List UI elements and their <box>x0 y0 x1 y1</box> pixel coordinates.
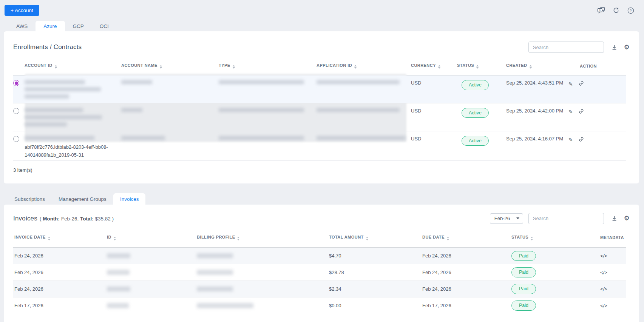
column-header-account-name[interactable]: ACCOUNT NAME <box>121 58 219 75</box>
tab-subscriptions[interactable]: Subscriptions <box>8 193 52 205</box>
redacted-text <box>107 253 130 258</box>
redacted-text <box>197 253 233 258</box>
application-id-cell <box>317 131 411 160</box>
row-radio[interactable] <box>13 108 19 114</box>
tab-invoices[interactable]: Invoices <box>113 193 146 205</box>
table-row[interactable]: abf78ff2c776.idtblab2-8203-4eff-bb08- 14… <box>13 131 626 160</box>
sort-icon <box>55 65 57 69</box>
column-header-type[interactable]: TYPE <box>219 58 317 75</box>
created-cell: Sep 25, 2024, 4:42:00 PM <box>506 103 568 131</box>
gear-icon[interactable]: ⚙ <box>624 44 630 51</box>
column-header-total-amount[interactable]: TOTAL AMOUNT <box>328 228 421 248</box>
refresh-icon[interactable] <box>613 7 619 14</box>
edit-icon[interactable]: ✎ <box>568 82 573 87</box>
status-cell: Paid <box>510 281 599 297</box>
column-header-currency[interactable]: CURRENCY <box>411 58 457 75</box>
metadata-code-icon[interactable]: </> <box>600 270 607 275</box>
enrollments-title: Enrollments / Contracts <box>13 43 82 51</box>
enrollments-search-input[interactable] <box>528 42 604 53</box>
billing-profile-cell <box>196 264 328 281</box>
total-amount-cell: $4.70 <box>328 248 421 264</box>
type-cell <box>219 131 317 160</box>
status-cell: Active <box>457 75 506 103</box>
sort-icon <box>233 65 235 69</box>
add-account-button[interactable]: + Account <box>5 5 39 16</box>
redacted-text <box>219 80 304 84</box>
invoices-card: Invoices(Month:Feb-26,Total:$35.82) Feb-… <box>4 205 639 322</box>
created-cell: Sep 25, 2024, 4:16:07 PM <box>506 131 568 160</box>
status-cell: Active <box>457 103 506 131</box>
column-header-status[interactable]: STATUS <box>457 58 506 75</box>
redacted-text <box>121 108 142 112</box>
account-name-cell <box>121 131 219 160</box>
table-row[interactable]: Feb 24, 2026 $4.70 Feb 24, 2026 Paid </> <box>13 248 626 264</box>
enrollments-card: Enrollments / Contracts ⚙ ACCOUNT ID ACC <box>4 31 639 183</box>
row-radio[interactable] <box>13 136 19 142</box>
column-header-billing-profile[interactable]: BILLING PROFILE <box>196 228 328 248</box>
tab-gcp[interactable]: GCP <box>65 21 92 31</box>
enrollments-table: ACCOUNT ID ACCOUNT NAME TYPE APPLICATION… <box>13 58 626 161</box>
svg-text:?: ? <box>630 8 632 12</box>
edit-icon[interactable]: ✎ <box>568 137 573 142</box>
help-icon[interactable]: ? <box>627 7 634 14</box>
table-row[interactable]: Feb 17, 2026 $0.00 Feb 17, 2026 Paid </> <box>13 297 626 314</box>
column-header-id[interactable]: ID <box>106 228 196 248</box>
unlink-icon[interactable] <box>579 109 584 115</box>
redacted-text <box>219 108 304 112</box>
table-row[interactable]: USD Active Sep 25, 2024, 4:42:00 PM ✎ <box>13 103 626 131</box>
invoice-date-cell: Feb 24, 2026 <box>13 248 106 264</box>
invoices-title: Invoices(Month:Feb-26,Total:$35.82) <box>13 215 115 222</box>
metadata-code-icon[interactable]: </> <box>600 287 607 292</box>
invoices-search-input[interactable] <box>528 213 604 224</box>
column-header-status[interactable]: STATUS <box>510 228 599 248</box>
metadata-code-icon[interactable]: </> <box>600 253 607 259</box>
tab-aws[interactable]: AWS <box>8 21 36 31</box>
row-radio-selected[interactable] <box>13 80 19 86</box>
account-name-cell <box>121 103 219 131</box>
column-header-application-id[interactable]: APPLICATION ID <box>317 58 411 75</box>
gear-icon[interactable]: ⚙ <box>624 215 630 222</box>
column-header-created[interactable]: CREATED <box>506 58 568 75</box>
tab-oci[interactable]: OCI <box>92 21 117 31</box>
sort-icon <box>354 65 357 69</box>
sort-icon <box>438 65 440 69</box>
due-date-cell: Feb 24, 2026 <box>421 248 510 264</box>
column-header-invoice-date[interactable]: INVOICE DATE <box>13 228 106 248</box>
billing-profile-cell <box>196 281 328 297</box>
sort-icon <box>447 237 449 240</box>
invoices-subtitle: (Month:Feb-26,Total:$35.82) <box>40 216 115 222</box>
status-cell: Paid <box>510 248 599 264</box>
invoices-table: INVOICE DATE ID BILLING PROFILE TOTAL AM… <box>13 228 626 314</box>
table-row[interactable]: USD Active Sep 25, 2024, 4:43:51 PM ✎ <box>13 75 626 103</box>
svg-text:$: $ <box>599 9 601 12</box>
status-badge: Paid <box>511 251 536 261</box>
redacted-text <box>25 108 83 112</box>
total-amount-cell: $28.78 <box>328 264 421 281</box>
topbar-icons: $ ? <box>597 7 634 14</box>
unlink-icon[interactable] <box>579 81 584 87</box>
metadata-code-icon[interactable]: </> <box>600 303 607 308</box>
id-cell <box>106 281 196 297</box>
unlink-icon[interactable] <box>579 137 584 143</box>
sort-icon <box>48 237 50 240</box>
column-header-due-date[interactable]: DUE DATE <box>421 228 510 248</box>
month-select[interactable]: Feb-26 <box>490 213 523 224</box>
provider-tabs: AWS Azure GCP OCI <box>8 21 644 31</box>
metadata-cell: </> <box>599 248 626 264</box>
sort-icon <box>237 237 239 240</box>
redacted-text <box>25 94 69 99</box>
download-icon[interactable] <box>612 216 617 221</box>
redacted-text <box>107 287 130 291</box>
table-row[interactable]: Feb 24, 2026 $2.34 Feb 24, 2026 Paid </> <box>13 281 626 297</box>
tab-azure[interactable]: Azure <box>36 21 65 31</box>
column-header-account-id[interactable]: ACCOUNT ID <box>25 58 121 75</box>
download-icon[interactable] <box>612 45 617 50</box>
billing-profile-cell <box>196 248 328 264</box>
id-cell <box>106 264 196 281</box>
metadata-cell: </> <box>599 297 626 314</box>
table-row[interactable]: Feb 24, 2026 $28.78 Feb 24, 2026 Paid </… <box>13 264 626 281</box>
tab-management-groups[interactable]: Management Groups <box>52 193 113 205</box>
due-date-cell: Feb 24, 2026 <box>421 264 510 281</box>
edit-icon[interactable]: ✎ <box>568 109 573 114</box>
billing-chat-icon[interactable]: $ <box>597 7 605 14</box>
